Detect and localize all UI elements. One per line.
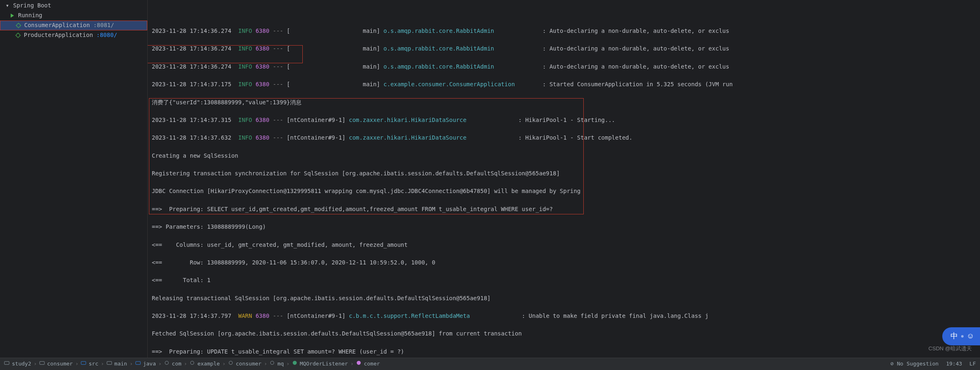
watermark-text: CSDN @暗武遗天 (928, 345, 972, 353)
crumb[interactable]: java (135, 360, 156, 368)
svg-marker-0 (11, 14, 14, 18)
log-line: 2023-11-28 17:14:37.315 INFO 6380 --- [n… (152, 116, 980, 125)
log-line: 2023-11-28 17:14:36.274 INFO 6380 --- [ … (152, 27, 980, 36)
folder-icon (39, 360, 45, 368)
folder-icon (81, 360, 86, 368)
ime-pill[interactable]: 中 ☺ (942, 327, 980, 345)
tree-group-label: Running (18, 11, 42, 20)
log-line: <== Row: 13088889999, 2020-11-06 15:36:0… (152, 258, 980, 267)
log-line: 消费了{"userId":13088889999,"value":1399}消息 (152, 98, 980, 107)
log-line: <== Columns: user_id, gmt_created, gmt_m… (152, 241, 980, 250)
log-line: Fetched SqlSession [org.apache.ibatis.se… (152, 329, 980, 338)
crumb[interactable]: study2 (4, 360, 31, 368)
crumb[interactable]: consumer (228, 360, 262, 368)
tree-root-spring-boot[interactable]: ▾ Spring Boot (0, 1, 147, 11)
crumb[interactable]: consumer (39, 360, 73, 368)
tree-root-label: Spring Boot (13, 1, 51, 10)
crumb[interactable]: src (81, 360, 98, 368)
svg-point-21 (357, 361, 361, 365)
crumb[interactable]: mq (270, 360, 284, 368)
class-icon (292, 360, 297, 368)
svg-point-17 (191, 361, 194, 365)
folder-icon (4, 360, 9, 368)
crumb[interactable]: main (107, 360, 127, 368)
log-line: ==> Preparing: UPDATE t_usable_integral … (152, 347, 980, 356)
log-line: Creating a new SqlSession (152, 152, 980, 161)
console-output[interactable]: 2023-11-28 17:14:36.274 INFO 6380 --- [ … (148, 0, 980, 358)
method-icon (356, 360, 361, 368)
package-icon (190, 360, 195, 368)
status-bar: study2› consumer› src› main› java› com› … (0, 358, 980, 370)
svg-rect-13 (81, 362, 86, 365)
svg-rect-11 (5, 362, 9, 365)
log-line: Releasing transactional SqlSession [org.… (152, 294, 980, 303)
chevron-down-icon: ▾ (4, 1, 11, 10)
app-port: :8081/ (94, 21, 114, 30)
folder-icon (135, 360, 141, 368)
log-line: 2023-11-28 17:14:36.274 INFO 6380 --- [ … (152, 44, 980, 53)
status-suggestion[interactable]: ⊘ No Suggestion (891, 360, 939, 368)
app-name: ProducterApplication (24, 31, 93, 40)
dot-icon (961, 335, 964, 338)
crumb[interactable]: comer (356, 360, 380, 368)
log-line: 2023-11-28 17:14:37.175 INFO 6380 --- [ … (152, 80, 980, 89)
smile-icon: ☺ (967, 331, 974, 342)
block-icon: ⊘ (891, 361, 894, 367)
app-producer[interactable]: ProducterApplication :8080/ (0, 30, 147, 40)
package-icon (270, 360, 275, 368)
log-line: 2023-11-28 17:14:37.797 WARN 6380 --- [n… (152, 312, 980, 321)
breadcrumb: study2› consumer› src› main› java› com› … (4, 360, 891, 368)
svg-point-16 (165, 361, 168, 365)
crumb[interactable]: com (164, 360, 181, 368)
sidebar: ▾ Spring Boot Running ConsumerApplicatio… (0, 0, 148, 358)
svg-point-20 (292, 361, 297, 365)
folder-icon (107, 360, 112, 368)
log-line: Registering transaction synchronization … (152, 169, 980, 178)
log-line: 2023-11-28 17:14:37.632 INFO 6380 --- [n… (152, 133, 980, 142)
log-line: JDBC Connection [HikariProxyConnection@1… (152, 187, 980, 196)
log-line: ==> Parameters: 13088889999(Long) (152, 223, 980, 232)
app-name: ConsumerApplication (24, 21, 90, 30)
package-icon (228, 360, 233, 368)
svg-point-18 (229, 361, 232, 365)
status-time: 19:43 (946, 360, 962, 368)
crumb[interactable]: example (190, 360, 220, 368)
svg-point-1 (17, 24, 21, 28)
package-icon (164, 360, 169, 368)
status-lf: LF (969, 360, 976, 368)
app-port: :8080/ (96, 31, 117, 40)
log-line: <== Total: 1 (152, 276, 980, 285)
log-line: ==> Preparing: SELECT user_id,gmt_create… (152, 205, 980, 214)
crumb[interactable]: MQOrderListener (292, 360, 348, 368)
svg-point-6 (16, 34, 20, 37)
log-line: 2023-11-28 17:14:36.274 INFO 6380 --- [ … (152, 62, 980, 71)
tree-group-running[interactable]: Running (0, 11, 147, 21)
svg-rect-12 (40, 362, 44, 365)
svg-rect-14 (107, 362, 111, 365)
bug-icon (15, 23, 22, 28)
ime-label: 中 (950, 331, 958, 342)
play-icon (9, 14, 16, 18)
svg-rect-15 (136, 362, 140, 365)
svg-point-19 (271, 361, 274, 365)
bug-icon (15, 32, 21, 38)
app-consumer[interactable]: ConsumerApplication :8081/ (0, 21, 147, 30)
